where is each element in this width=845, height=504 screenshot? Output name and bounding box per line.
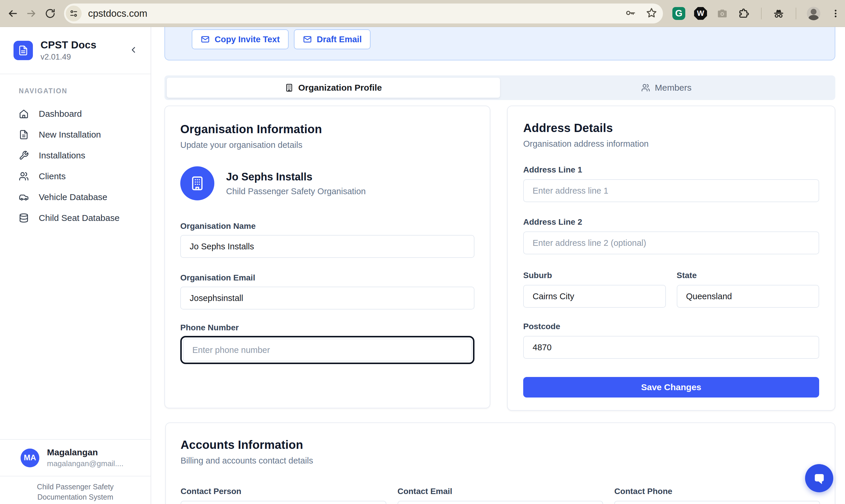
address-line1-label: Address Line 1 — [523, 165, 819, 175]
app-title: CPST Docs — [40, 39, 127, 51]
organisation-email-input[interactable] — [180, 287, 475, 309]
accounts-information-card: Accounts Information Billing and account… — [165, 422, 835, 504]
organisation-name-input[interactable] — [180, 235, 475, 258]
nav-section-label: NAVIGATION — [19, 87, 151, 95]
organisation-avatar — [180, 166, 214, 200]
user-avatar: MA — [20, 449, 39, 467]
tab-organization-profile-label: Organization Profile — [298, 83, 382, 93]
contact-person-label: Contact Person — [180, 487, 386, 496]
wrench-icon — [19, 150, 29, 160]
app-version: v2.01.49 — [40, 53, 127, 61]
contact-email-input[interactable] — [398, 501, 603, 504]
accounts-subtitle: Billing and accounts contact details — [180, 456, 820, 466]
mail-icon — [201, 35, 210, 44]
reload-icon[interactable] — [44, 7, 56, 20]
address-line1-input[interactable] — [523, 179, 819, 202]
chat-widget-button[interactable] — [805, 464, 833, 492]
sidebar-item-dashboard[interactable]: Dashboard — [0, 103, 151, 124]
browser-profile-avatar[interactable] — [807, 7, 820, 20]
draft-email-label: Draft Email — [317, 35, 362, 44]
file-text-icon — [19, 130, 29, 140]
address-bar[interactable]: cpstdocs.com — [64, 3, 663, 23]
phone-number-input[interactable] — [183, 339, 472, 361]
sidebar-item-label: Clients — [39, 171, 66, 181]
incognito-icon[interactable] — [772, 7, 785, 20]
sidebar-footer: Child Passenger Safety Documentation Sys… — [0, 476, 151, 504]
sidebar-item-installations[interactable]: Installations — [0, 145, 151, 166]
draft-email-button[interactable]: Draft Email — [294, 29, 370, 49]
sidebar-item-new-installation[interactable]: New Installation — [0, 124, 151, 145]
suburb-input[interactable] — [523, 285, 666, 308]
org-info-title: Organisation Information — [180, 123, 475, 136]
bookmark-star-icon[interactable] — [646, 7, 657, 20]
suburb-label: Suburb — [523, 271, 666, 280]
wappalyzer-extension-icon[interactable]: W — [694, 7, 707, 20]
toolbar-divider — [796, 7, 796, 19]
browser-toolbar: cpstdocs.com G W — [0, 0, 845, 27]
toolbar-divider — [761, 7, 762, 19]
main-content: Copy Invite Text Draft Email Organizatio… — [151, 27, 845, 504]
state-label: State — [677, 271, 820, 280]
users-icon — [19, 171, 29, 181]
sidebar-item-label: New Installation — [39, 130, 101, 140]
screenshot-camera-icon[interactable] — [716, 7, 729, 20]
accounts-title: Accounts Information — [180, 438, 820, 451]
phone-number-focus-ring — [180, 336, 475, 364]
sidebar-item-clients[interactable]: Clients — [0, 166, 151, 186]
contact-phone-input[interactable] — [614, 501, 820, 504]
browser-menu-icon[interactable] — [829, 7, 842, 20]
sidebar-item-label: Vehicle Database — [39, 192, 107, 202]
copy-invite-text-label: Copy Invite Text — [214, 35, 280, 44]
sidebar-item-child-seat-database[interactable]: Child Seat Database — [0, 208, 151, 228]
contact-phone-label: Contact Phone — [614, 487, 820, 496]
chat-bubble-icon — [812, 471, 827, 486]
sidebar-item-label: Dashboard — [39, 109, 82, 119]
sidebar-collapse-icon[interactable] — [127, 43, 140, 57]
address-line2-label: Address Line 2 — [523, 217, 819, 227]
organisation-information-card: Organisation Information Update your org… — [165, 106, 490, 408]
address-details-card: Address Details Organisation address inf… — [507, 106, 835, 411]
sidebar-user-section[interactable]: MA Magalangan magalangan@gmail.... — [0, 439, 151, 476]
postcode-label: Postcode — [523, 322, 819, 331]
user-email: magalangan@gmail.... — [47, 459, 124, 468]
sidebar-nav: Dashboard New Installation Installations… — [0, 103, 151, 439]
sidebar-item-vehicle-database[interactable]: Vehicle Database — [0, 186, 151, 208]
site-settings-icon[interactable] — [66, 5, 82, 21]
forward-icon[interactable] — [25, 7, 38, 20]
user-name: Magalangan — [47, 447, 124, 457]
postcode-input[interactable] — [523, 336, 819, 359]
save-changes-button[interactable]: Save Changes — [523, 377, 819, 397]
tab-organization-profile[interactable]: Organization Profile — [167, 78, 500, 98]
phone-number-label: Phone Number — [180, 323, 475, 332]
car-icon — [19, 192, 29, 202]
organisation-name-label: Organisation Name — [180, 221, 475, 231]
organisation-type: Child Passenger Safety Organisation — [226, 186, 366, 196]
grammarly-extension-icon[interactable]: G — [672, 7, 685, 20]
tab-members[interactable]: Members — [500, 78, 833, 98]
home-icon — [19, 109, 29, 119]
address-line2-input[interactable] — [523, 232, 819, 254]
mail-icon — [303, 35, 312, 44]
copy-invite-text-button[interactable]: Copy Invite Text — [192, 29, 289, 49]
profile-members-tabs: Organization Profile Members — [165, 75, 835, 100]
back-icon[interactable] — [6, 7, 19, 20]
address-subtitle: Organisation address information — [523, 139, 819, 149]
state-input[interactable] — [677, 285, 820, 308]
org-info-subtitle: Update your organisation details — [180, 140, 475, 150]
invite-panel: Copy Invite Text Draft Email — [165, 27, 835, 60]
users-icon — [641, 83, 650, 92]
footer-line-1: Child Passenger Safety — [3, 482, 148, 492]
contact-email-label: Contact Email — [398, 487, 603, 496]
footer-line-2: Documentation System — [3, 492, 148, 502]
database-icon — [19, 213, 29, 223]
building-icon — [285, 83, 294, 92]
organisation-email-label: Organisation Email — [180, 273, 475, 283]
url-text[interactable]: cpstdocs.com — [88, 8, 625, 19]
extensions-puzzle-icon[interactable] — [738, 7, 751, 20]
password-key-icon[interactable] — [625, 7, 636, 20]
organisation-display-name: Jo Sephs Installs — [226, 171, 366, 183]
app-logo-icon — [14, 41, 33, 60]
contact-person-input[interactable] — [180, 501, 386, 504]
tab-members-label: Members — [655, 83, 691, 93]
sidebar-item-label: Child Seat Database — [39, 213, 120, 223]
